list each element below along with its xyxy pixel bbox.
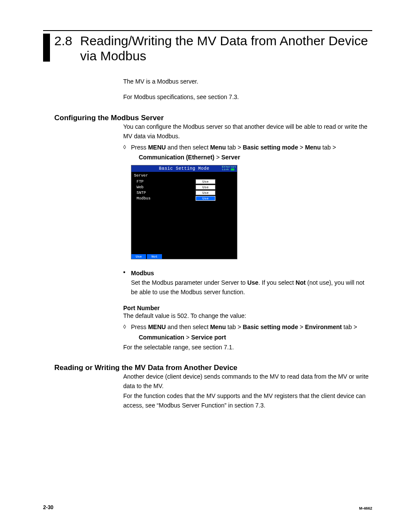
communication-ethernet: Communication (Ethernet) xyxy=(139,154,215,161)
menu-tab: Menu xyxy=(210,144,226,151)
diamond-icon: ◊ xyxy=(123,143,131,162)
row-label: SNTP xyxy=(134,191,146,195)
intro-paragraph: The MV is a Modbus server. For Modbus sp… xyxy=(123,77,372,102)
port-step-text: Press MENU and then select Menu tab > Ba… xyxy=(131,323,372,342)
port-range-line: For the selectable range, see section 7.… xyxy=(123,343,372,352)
subheading-config: Configuring the Modbus Server xyxy=(54,114,372,122)
basic-setting-mode: Basic setting mode xyxy=(243,324,298,330)
service-port: Service port xyxy=(191,334,226,341)
modbus-bullet-title: Modbus xyxy=(131,270,154,277)
device-row-sntp: SNTP Use xyxy=(134,190,234,196)
text: Set the Modbus parameter under Server to xyxy=(131,279,247,286)
text: > xyxy=(184,334,191,341)
ethernet-link-indicator: EthernetLink xyxy=(222,166,236,171)
section-number: 2.8 xyxy=(54,34,80,48)
text: tab > xyxy=(226,144,243,151)
basic-setting-mode: Basic setting mode xyxy=(243,144,298,151)
device-footer: Use Not xyxy=(131,254,163,259)
config-step: ◊ Press MENU and then select Menu tab > … xyxy=(123,143,372,162)
text: tab > xyxy=(226,324,243,330)
text: > xyxy=(215,154,221,161)
menu-tab: Menu xyxy=(305,144,321,151)
menu-key: MENU xyxy=(148,324,166,330)
device-button-use[interactable]: Use xyxy=(131,254,146,259)
server-word: Server xyxy=(221,154,240,161)
readwrite-body: Another device (client device) sends com… xyxy=(123,372,372,411)
text: > xyxy=(298,144,305,151)
environment-tab: Environment xyxy=(305,324,342,330)
intro-line-2: For Modbus specifications, see section 7… xyxy=(123,93,372,102)
rw-p2: For the function codes that the MV suppo… xyxy=(123,392,372,410)
device-title: Basic Setting Mode xyxy=(159,166,209,171)
row-value[interactable]: Use xyxy=(196,179,215,184)
row-label: FTP xyxy=(134,180,143,184)
subheading-readwrite: Reading or Writing the MV Data from Anot… xyxy=(54,364,372,372)
not-word: Not xyxy=(296,279,305,286)
device-group: Server xyxy=(134,174,234,178)
port-default-line: The default value is 502. To change the … xyxy=(123,311,372,321)
modbus-bullet: • Modbus Set the Modbus parameter under … xyxy=(123,269,372,297)
heading-marker xyxy=(43,34,50,62)
rw-p1: Another device (client device) sends com… xyxy=(123,372,372,391)
text: tab > xyxy=(321,144,336,151)
link-led-icon xyxy=(231,168,234,171)
menu-tab: Menu xyxy=(210,324,226,330)
communication: Communication xyxy=(139,334,184,341)
page-number: 2-30 xyxy=(43,504,53,510)
section-title: Reading/Writing the MV Data from Another… xyxy=(80,34,372,63)
use-word: Use xyxy=(247,279,258,286)
menu-key: MENU xyxy=(148,144,166,151)
intro-line-1: The MV is a Modbus server. xyxy=(123,77,372,87)
config-intro: You can configure the Modbus server so t… xyxy=(123,122,372,141)
row-label: Modbus xyxy=(134,196,150,201)
port-body: The default value is 502. To change the … xyxy=(123,311,372,352)
text: Press xyxy=(131,324,148,330)
text: . If you select xyxy=(258,279,296,286)
device-button-not[interactable]: Not xyxy=(147,254,162,259)
text: tab > xyxy=(342,324,357,330)
port-number-heading: Port Number xyxy=(123,305,372,311)
text: > xyxy=(298,324,305,330)
port-step: ◊ Press MENU and then select Menu tab > … xyxy=(123,323,372,342)
device-row-ftp: FTP Use xyxy=(134,179,234,184)
config-step-text: Press MENU and then select Menu tab > Ba… xyxy=(131,143,372,162)
page-footer: 2-30 M-4662 xyxy=(43,504,372,510)
text: and then select xyxy=(166,144,210,151)
diamond-icon: ◊ xyxy=(123,323,131,342)
config-step-line2: Communication (Ethernet) > Server xyxy=(139,153,372,162)
device-screenshot: Basic Setting Mode EthernetLink Server F… xyxy=(131,165,237,259)
row-value-selected[interactable]: Use xyxy=(196,196,215,201)
device-row-modbus: Modbus Use xyxy=(134,196,234,201)
device-row-web: Web Use xyxy=(134,184,234,190)
device-titlebar: Basic Setting Mode EthernetLink xyxy=(131,165,237,172)
config-body: You can configure the Modbus server so t… xyxy=(123,122,372,162)
row-value[interactable]: Use xyxy=(196,190,215,195)
text: Press xyxy=(131,144,148,151)
section-heading: 2.8 Reading/Writing the MV Data from Ano… xyxy=(43,34,372,63)
text: and then select xyxy=(166,324,210,330)
row-value[interactable]: Use xyxy=(196,185,215,190)
row-label: Web xyxy=(134,185,143,190)
bullet-icon: • xyxy=(123,269,131,297)
document-id: M-4662 xyxy=(359,506,372,510)
port-step-line2: Communication > Service port xyxy=(139,333,372,342)
